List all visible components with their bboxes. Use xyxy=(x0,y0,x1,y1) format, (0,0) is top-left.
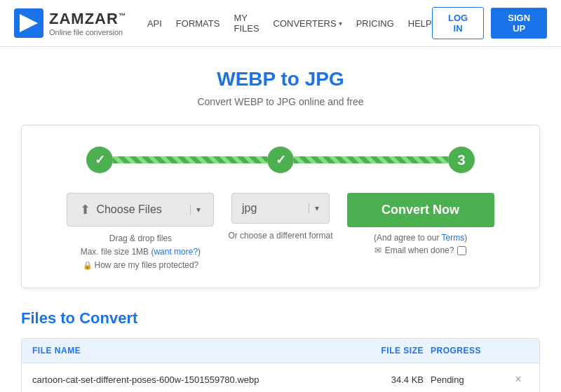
nav-help[interactable]: HELP xyxy=(408,18,432,29)
files-title: Files to Convert xyxy=(21,309,540,327)
terms-prefix: (And agree to our xyxy=(374,233,442,243)
email-label: Email when done? xyxy=(385,245,454,255)
drag-drop-text: Drag & drop files xyxy=(109,234,172,243)
nav-formats[interactable]: FORMATS xyxy=(176,18,220,29)
col-header-filename: FILE NAME xyxy=(32,346,353,356)
signup-button[interactable]: SIGN UP xyxy=(491,8,547,39)
main-content: WEBP to JPG Convert WEBP to JPG online a… xyxy=(7,47,554,392)
terms-link[interactable]: Terms xyxy=(442,233,465,243)
files-title-highlight: Convert xyxy=(79,309,137,327)
terms-suffix: ) xyxy=(464,233,467,243)
max-size-text: Max. file size 1MB (want more?) xyxy=(81,247,201,257)
email-checkbox[interactable] xyxy=(457,246,466,255)
logo-area: ZAMZAR™ Online file conversion xyxy=(14,8,126,38)
row-progress: Pending xyxy=(431,374,508,385)
logo-name-text: ZAMZAR xyxy=(49,10,119,27)
header-actions: LOG IN SIGN UP xyxy=(432,7,547,39)
page-subtitle: Convert WEBP to JPG online and free xyxy=(21,96,540,107)
format-dropdown-arrow: ▾ xyxy=(309,203,319,213)
page-title: WEBP to JPG xyxy=(21,68,540,90)
step-3-number: 3 xyxy=(457,152,465,168)
login-button[interactable]: LOG IN xyxy=(432,7,485,39)
remove-file-button[interactable]: × xyxy=(508,373,529,386)
table-row: cartoon-cat-set-different-poses-600w-150… xyxy=(22,363,539,392)
email-hint: ✉ Email when done? xyxy=(374,245,467,255)
step-line-2 xyxy=(294,156,448,163)
want-more-link[interactable]: want more? xyxy=(154,247,198,257)
check-icon-2 xyxy=(276,152,286,168)
nav-api[interactable]: API xyxy=(147,18,162,29)
files-table-header: FILE NAME FILE SIZE PROGRESS xyxy=(22,339,539,363)
files-section: Files to Convert FILE NAME FILE SIZE PRO… xyxy=(21,309,540,392)
col-header-filesize: FILE SIZE xyxy=(353,346,424,356)
choose-files-group: ⬆ Choose Files ▾ Drag & drop files Max. … xyxy=(67,193,214,270)
nav-pricing[interactable]: PRICING xyxy=(356,18,394,29)
controls-row: ⬆ Choose Files ▾ Drag & drop files Max. … xyxy=(43,193,518,270)
format-hint-text: Or choose a different format xyxy=(228,231,332,241)
file-protect-link[interactable]: How are my files protected? xyxy=(95,260,199,270)
col-header-action xyxy=(508,346,529,356)
step-1 xyxy=(86,147,113,173)
step-3: 3 xyxy=(448,147,475,173)
row-filesize: 34.4 KB xyxy=(353,374,424,385)
choose-files-dropdown-arrow: ▾ xyxy=(190,205,201,215)
main-nav: API FORMATS MY FILES CONVERTERS ▾ PRICIN… xyxy=(147,13,432,34)
file-protect-hint: 🔒 How are my files protected? xyxy=(83,260,199,270)
col-header-progress: PROGRESS xyxy=(431,346,508,356)
format-group: jpg ▾ Or choose a different format xyxy=(228,193,332,243)
terms-hint: (And agree to our Terms) xyxy=(374,233,467,243)
check-icon-1 xyxy=(95,152,105,168)
header: ZAMZAR™ Online file conversion API FORMA… xyxy=(0,0,561,47)
step-2 xyxy=(267,147,294,173)
logo-tagline: Online file conversion xyxy=(49,28,126,36)
drag-drop-hint: Drag & drop files Max. file size 1MB (wa… xyxy=(81,232,201,259)
nav-converters[interactable]: CONVERTERS ▾ xyxy=(273,18,342,29)
logo-tm: ™ xyxy=(119,12,126,20)
format-hint: Or choose a different format xyxy=(228,229,332,243)
logo-text-area: ZAMZAR™ Online file conversion xyxy=(49,10,126,36)
choose-files-label: Choose Files xyxy=(96,203,161,216)
files-title-text: Files to xyxy=(21,309,75,327)
choose-files-button[interactable]: ⬆ Choose Files ▾ xyxy=(67,193,214,227)
nav-myfiles[interactable]: MY FILES xyxy=(234,13,259,34)
format-label: jpg xyxy=(242,202,257,215)
files-table: FILE NAME FILE SIZE PROGRESS cartoon-cat… xyxy=(21,338,540,392)
convert-now-button[interactable]: Convert Now xyxy=(347,193,494,227)
lock-icon: 🔒 xyxy=(83,261,93,270)
chevron-down-icon: ▾ xyxy=(339,20,342,27)
format-select-button[interactable]: jpg ▾ xyxy=(231,193,330,224)
logo-icon xyxy=(14,8,43,38)
nav-converters-label: CONVERTERS xyxy=(273,18,337,29)
email-icon: ✉ xyxy=(374,245,381,255)
logo-name: ZAMZAR™ xyxy=(49,10,126,28)
upload-icon: ⬆ xyxy=(80,202,90,217)
convert-group: Convert Now (And agree to our Terms) ✉ E… xyxy=(347,193,494,255)
steps-container: 3 xyxy=(43,147,518,173)
row-filename: cartoon-cat-set-different-poses-600w-150… xyxy=(32,374,353,385)
step-line-1 xyxy=(113,156,267,163)
conversion-box: 3 ⬆ Choose Files ▾ Drag & drop files Max… xyxy=(21,125,540,288)
